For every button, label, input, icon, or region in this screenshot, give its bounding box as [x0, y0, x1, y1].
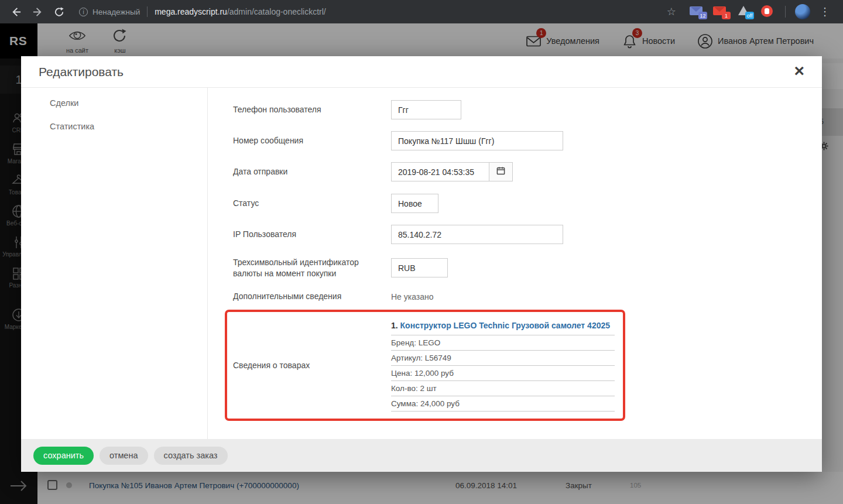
- status-label: Статус: [233, 198, 391, 209]
- blocker-extension-icon[interactable]: [760, 5, 775, 18]
- send-date-input[interactable]: [391, 162, 489, 181]
- dialog-footer: сохранить отмена создать заказ: [21, 439, 822, 472]
- product-price: Цена: 12,000 руб: [391, 366, 615, 381]
- close-icon[interactable]: ×: [794, 62, 804, 80]
- mail-extension-blue-icon[interactable]: 12: [690, 5, 705, 18]
- mail-extension-red-icon[interactable]: 1: [713, 5, 728, 18]
- product-number: 1.: [391, 321, 400, 330]
- security-label[interactable]: Ненадежный: [92, 8, 140, 16]
- phone-label: Телефон пользователя: [233, 104, 391, 115]
- url-domain[interactable]: mega.readyscript.ru: [155, 7, 227, 16]
- adblock-extension-icon[interactable]: off: [736, 5, 752, 18]
- message-number-label: Номер сообщения: [233, 135, 391, 146]
- url-separator: [147, 6, 148, 17]
- address-bar[interactable]: i Ненадежный mega.readyscript.ru/admin/c…: [79, 6, 326, 17]
- edit-dialog: Редактировать × Сделки Статистика Телефо…: [21, 56, 822, 472]
- url-path[interactable]: /admin/catalog-oneclickctrl/: [227, 7, 326, 16]
- message-number-input[interactable]: [391, 131, 563, 150]
- ip-label: IP Пользователя: [233, 229, 391, 240]
- product-sku: Артикул: L56749: [391, 351, 615, 366]
- browser-profile-avatar[interactable]: [795, 4, 810, 19]
- product-total: Сумма: 24,000 руб: [391, 396, 615, 412]
- calendar-button[interactable]: [489, 162, 513, 181]
- products-label: Сведения о товарах: [227, 312, 391, 419]
- reload-icon[interactable]: [54, 0, 65, 23]
- product-quantity: Кол-во: 2 шт: [391, 381, 615, 396]
- calendar-icon: [496, 166, 505, 177]
- info-icon[interactable]: i: [79, 8, 88, 16]
- dialog-form: Телефон пользователя Номер сообщения Дат…: [208, 88, 822, 439]
- save-button[interactable]: сохранить: [33, 447, 94, 465]
- mail-red-badge: 1: [722, 12, 731, 19]
- nav-item-statistics[interactable]: Статистика: [21, 115, 207, 138]
- phone-input[interactable]: [391, 100, 461, 119]
- create-order-button[interactable]: создать заказ: [154, 447, 228, 465]
- dialog-header: Редактировать ×: [21, 56, 822, 88]
- adblock-off-badge: off: [745, 12, 754, 19]
- ip-input[interactable]: [391, 225, 563, 244]
- mail-blue-badge: 12: [698, 12, 707, 19]
- dialog-title: Редактировать: [39, 65, 124, 79]
- browser-menu-icon[interactable]: ⋮: [820, 5, 830, 18]
- dialog-side-nav: Сделки Статистика: [21, 88, 208, 439]
- product-title-row: 1. Конструктор LEGO Technic Грузовой сам…: [391, 318, 615, 335]
- send-date-label: Дата отправки: [233, 166, 391, 177]
- forward-icon[interactable]: [32, 0, 43, 23]
- products-highlight-box: Сведения о товарах 1. Конструктор LEGO T…: [225, 310, 625, 421]
- extra-info-value: Не указано: [391, 292, 434, 301]
- toolbar-separator: [785, 6, 786, 18]
- product-details: 1. Конструктор LEGO Technic Грузовой сам…: [391, 312, 623, 419]
- bookmark-star-icon[interactable]: ☆: [667, 5, 676, 18]
- cancel-button[interactable]: отмена: [100, 447, 148, 465]
- currency-input[interactable]: [391, 258, 448, 277]
- status-input[interactable]: [391, 194, 438, 213]
- extra-info-label: Дополнительными сведения: [233, 291, 391, 302]
- product-brand: Бренд: LEGO: [391, 335, 615, 351]
- nav-item-deals[interactable]: Сделки: [21, 91, 207, 115]
- back-icon[interactable]: [11, 0, 22, 23]
- browser-chrome: i Ненадежный mega.readyscript.ru/admin/c…: [0, 0, 843, 23]
- product-link[interactable]: Конструктор LEGO Technic Грузовой самоле…: [400, 321, 610, 330]
- currency-label: Трехсимвольный идентификатор валюты на м…: [233, 257, 391, 279]
